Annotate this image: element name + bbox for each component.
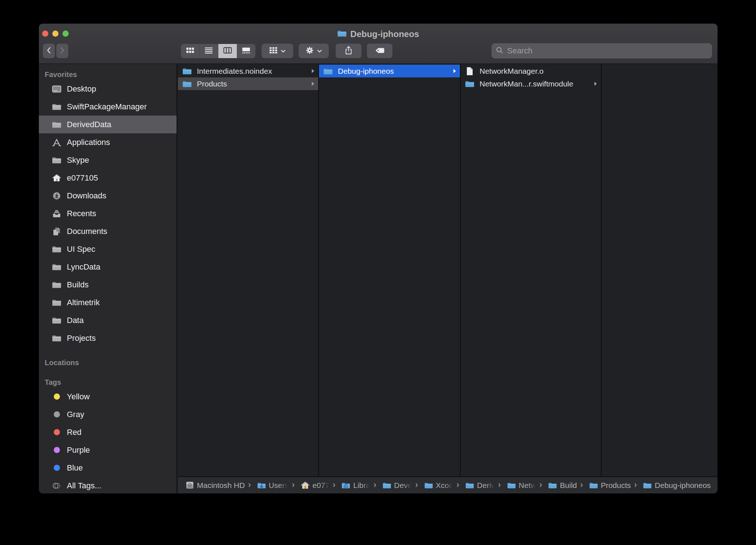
- gallery-view-button[interactable]: [237, 44, 256, 58]
- home-icon: [51, 173, 62, 183]
- group-button[interactable]: [262, 44, 293, 58]
- minimize-button[interactable]: [52, 31, 58, 37]
- sidebar-item-skype[interactable]: Skype: [39, 151, 177, 169]
- sidebar-item-swiftpackagemanager[interactable]: SwiftPackageManager: [39, 98, 177, 116]
- tag-item-purple[interactable]: Purple: [39, 441, 177, 459]
- file-row-products[interactable]: Products: [178, 77, 318, 90]
- sidebar-item-ui-spec[interactable]: UI Spec: [39, 240, 177, 258]
- users-folder-icon: [257, 482, 266, 489]
- sidebar-item-documents[interactable]: Documents: [39, 222, 177, 240]
- tag-item-red[interactable]: Red: [39, 423, 177, 441]
- folder-icon: [51, 315, 62, 326]
- file-row-debug-iphoneos[interactable]: Debug-iphoneos: [319, 65, 460, 77]
- chevron-right-icon: [309, 69, 315, 73]
- applications-icon: [51, 137, 62, 148]
- sidebar-item-desktop[interactable]: Desktop: [39, 80, 177, 98]
- sidebar-item-altimetrik[interactable]: Altimetrik: [39, 294, 177, 311]
- sidebar-item-deriveddata[interactable]: DerivedData: [39, 116, 177, 133]
- downloads-icon: [51, 191, 62, 201]
- tag-color-dot: [54, 429, 60, 435]
- share-button[interactable]: [336, 44, 361, 58]
- path-item-xcod[interactable]: Xcod: [412, 480, 453, 490]
- sidebar-item-e077105[interactable]: e077105: [39, 169, 177, 187]
- home-icon: [301, 482, 310, 489]
- search-input[interactable]: [506, 46, 708, 56]
- documents-icon: [51, 226, 62, 237]
- folder-icon: [643, 482, 652, 489]
- back-button[interactable]: [43, 44, 55, 58]
- path-item-macintosh-hd[interactable]: Macintosh HD: [185, 481, 245, 490]
- path-item-build[interactable]: Build: [536, 480, 577, 490]
- list-view-icon: [204, 47, 213, 55]
- column-view-button[interactable]: [218, 44, 237, 58]
- tag-item-all-tags[interactable]: All Tags...: [39, 477, 177, 493]
- titlebar[interactable]: Debug-iphoneos: [39, 24, 717, 64]
- folder-icon: [182, 66, 193, 76]
- folder-icon: [589, 482, 598, 489]
- folder-icon: [182, 79, 193, 89]
- file-row-intermediates-noindex[interactable]: Intermediates.noindex: [178, 65, 318, 77]
- path-item-libra[interactable]: Libra: [330, 480, 370, 490]
- tag-item-blue[interactable]: Blue: [39, 459, 177, 477]
- sidebar-item-builds[interactable]: Builds: [39, 276, 177, 294]
- path-item-netw[interactable]: Netw: [495, 480, 536, 490]
- search-icon: [496, 47, 503, 55]
- sidebar-item-projects[interactable]: Projects: [39, 329, 177, 347]
- column-1: Intermediates.noindex Products: [178, 64, 319, 476]
- action-button[interactable]: [299, 44, 329, 58]
- close-button[interactable]: [42, 31, 48, 37]
- path-item-products[interactable]: Products: [577, 480, 631, 490]
- chevron-right-icon: [60, 47, 64, 54]
- locations-header: Locations: [39, 357, 177, 368]
- fullscreen-button[interactable]: [62, 31, 69, 37]
- folder-icon: [337, 30, 347, 39]
- column-3: NetworkManager.o NetworkMan...r.swiftmod…: [461, 64, 602, 476]
- library-folder-icon: [341, 482, 350, 489]
- drive-icon: [185, 482, 194, 489]
- folder-icon: [51, 155, 62, 165]
- tag-item-gray[interactable]: Gray: [39, 405, 177, 423]
- forward-button[interactable]: [56, 44, 68, 58]
- search-field[interactable]: [492, 43, 712, 58]
- tag-item-yellow[interactable]: Yellow: [39, 388, 177, 405]
- desktop-icon: [51, 84, 62, 94]
- folder-icon: [51, 120, 62, 130]
- chevron-left-icon: [47, 47, 51, 54]
- sidebar-item-downloads[interactable]: Downloads: [39, 187, 177, 205]
- favorites-header: Favorites: [39, 69, 177, 80]
- folder-icon: [51, 333, 62, 343]
- tag-icon: [375, 48, 385, 54]
- sidebar-item-applications[interactable]: Applications: [39, 133, 177, 151]
- chevron-right-icon: [592, 81, 597, 86]
- share-icon: [345, 46, 352, 56]
- path-item-debug-iphoneos[interactable]: Debug-iphoneos: [631, 480, 711, 490]
- tag-color-dot: [54, 447, 60, 453]
- path-item-e077[interactable]: e077: [288, 480, 329, 490]
- finder-window: Debug-iphoneos: [39, 24, 717, 493]
- view-switcher: [181, 44, 255, 58]
- folder-icon: [424, 482, 433, 489]
- group-icon: [269, 47, 278, 55]
- window-body: Favorites Desktop SwiftPackageManager De…: [39, 64, 717, 493]
- folder-icon: [51, 262, 62, 272]
- sidebar-item-lyncdata[interactable]: LyncData: [39, 258, 177, 276]
- folder-icon: [323, 66, 333, 76]
- list-view-button[interactable]: [199, 44, 218, 58]
- icon-view-button[interactable]: [181, 44, 199, 58]
- tag-color-dot: [54, 465, 60, 471]
- folder-icon: [465, 482, 474, 489]
- column-browser: Intermediates.noindex Products Debug-iph…: [178, 64, 717, 476]
- file-row-networkman-r-swiftmodule[interactable]: NetworkMan...r.swiftmodule: [461, 77, 601, 90]
- tags-header: Tags: [39, 377, 177, 388]
- window-title: Debug-iphoneos: [350, 29, 419, 39]
- sidebar: Favorites Desktop SwiftPackageManager De…: [39, 64, 177, 493]
- sidebar-item-data[interactable]: Data: [39, 311, 177, 329]
- tags-button[interactable]: [367, 44, 392, 58]
- sidebar-item-recents[interactable]: Recents: [39, 205, 177, 222]
- path-item-deriv[interactable]: Deriv: [453, 480, 495, 490]
- folder-icon: [51, 298, 62, 308]
- folder-icon: [383, 482, 391, 489]
- path-item-deve[interactable]: Deve: [370, 480, 412, 490]
- file-row-networkmanager-o[interactable]: NetworkManager.o: [461, 65, 601, 77]
- path-item-users[interactable]: Users: [245, 480, 289, 490]
